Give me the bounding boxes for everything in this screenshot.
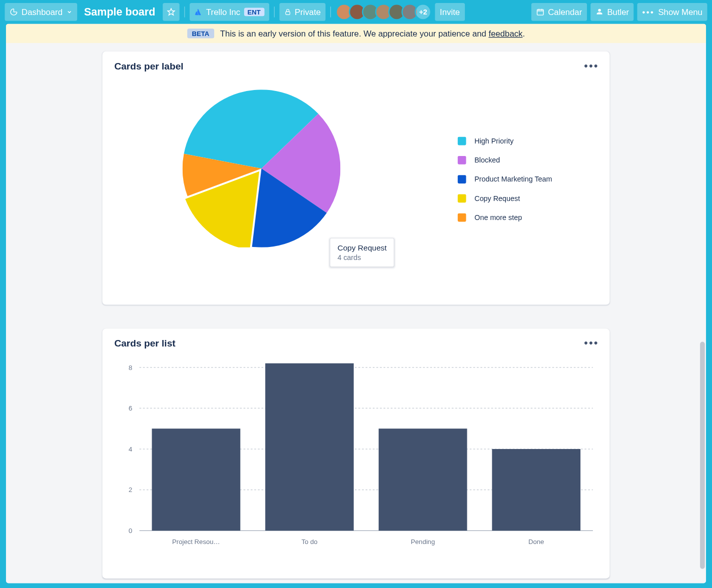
- board-title[interactable]: Sample board: [81, 6, 159, 18]
- org-badge: ENT: [244, 8, 264, 16]
- banner-text-after: .: [522, 28, 525, 38]
- legend-item[interactable]: One more step: [458, 214, 553, 222]
- chevron-down-icon: [66, 9, 72, 15]
- legend-label: High Priority: [474, 137, 513, 146]
- pie-legend: High PriorityBlockedProduct Marketing Te…: [458, 137, 553, 222]
- panel-menu-button[interactable]: •••: [584, 337, 599, 350]
- star-button[interactable]: [163, 3, 179, 21]
- legend-label: One more step: [474, 214, 522, 222]
- x-tick-label: To do: [301, 538, 317, 546]
- org-label: Trello Inc: [206, 7, 240, 16]
- atlassian-icon: [194, 8, 203, 16]
- chart-tooltip: Copy Request 4 cards: [330, 238, 395, 268]
- legend-label: Copy Request: [474, 194, 520, 202]
- svg-marker-0: [167, 8, 174, 15]
- view-switcher-label: Dashboard: [22, 7, 63, 16]
- divider: [184, 6, 185, 18]
- y-tick-label: 6: [129, 404, 132, 412]
- beta-badge: BETA: [187, 28, 214, 38]
- legend-swatch: [458, 175, 466, 184]
- legend-label: Blocked: [474, 156, 500, 164]
- svg-rect-2: [537, 10, 543, 15]
- visibility-button[interactable]: Private: [279, 3, 326, 21]
- view-switcher[interactable]: Dashboard: [5, 3, 77, 21]
- show-menu-button[interactable]: ••• Show Menu: [637, 3, 707, 21]
- y-tick-label: 0: [129, 527, 132, 534]
- scrollbar-thumb[interactable]: [700, 342, 705, 569]
- legend-label: Product Marketing Team: [474, 175, 552, 184]
- panel-cards-per-label: Cards per label ••• High PriorityBlocked…: [102, 52, 609, 305]
- bar[interactable]: [152, 428, 241, 530]
- invite-button[interactable]: Invite: [435, 3, 465, 21]
- feedback-link[interactable]: feedback: [488, 28, 522, 38]
- ellipsis-icon: •••: [642, 7, 655, 16]
- lock-icon: [284, 8, 291, 16]
- beta-banner: BETA This is an early version of this fe…: [6, 24, 706, 43]
- panel-title: Cards per list: [114, 338, 597, 349]
- legend-item[interactable]: High Priority: [458, 137, 553, 146]
- divider: [274, 6, 274, 18]
- member-avatars[interactable]: +2: [336, 4, 431, 20]
- legend-swatch: [458, 194, 466, 202]
- banner-text-before: This is an early version of this feature…: [220, 28, 489, 38]
- star-icon: [167, 8, 175, 16]
- legend-item[interactable]: Copy Request: [458, 194, 553, 202]
- banner-text: This is an early version of this feature…: [220, 28, 525, 38]
- legend-swatch: [458, 156, 466, 164]
- legend-item[interactable]: Blocked: [458, 156, 553, 164]
- dashboard-content: BETA This is an early version of this fe…: [6, 24, 706, 584]
- panel-title: Cards per label: [114, 61, 597, 72]
- panel-menu-button[interactable]: •••: [584, 60, 599, 72]
- calendar-label: Calendar: [548, 7, 582, 16]
- bar[interactable]: [265, 364, 354, 531]
- invite-label: Invite: [440, 7, 460, 16]
- butler-label: Butler: [607, 7, 629, 16]
- visibility-label: Private: [295, 7, 321, 16]
- org-button[interactable]: Trello Inc ENT: [190, 3, 269, 21]
- avatar-overflow[interactable]: +2: [415, 4, 431, 20]
- butler-icon: [595, 8, 604, 16]
- dashboard-scroll[interactable]: Cards per label ••• High PriorityBlocked…: [6, 43, 706, 583]
- legend-swatch: [458, 137, 466, 146]
- legend-swatch: [458, 214, 466, 222]
- bar[interactable]: [379, 428, 467, 530]
- x-tick-label: Pending: [411, 538, 435, 546]
- legend-item[interactable]: Product Marketing Team: [458, 175, 553, 184]
- show-menu-label: Show Menu: [658, 7, 702, 16]
- bar[interactable]: [492, 449, 580, 530]
- y-tick-label: 2: [129, 486, 132, 494]
- panel-cards-per-list: Cards per list ••• 02468Project Resou…To…: [102, 328, 609, 578]
- dashboard-icon: [10, 8, 18, 16]
- y-tick-label: 8: [129, 364, 132, 372]
- tooltip-sub: 4 cards: [337, 254, 387, 262]
- calendar-icon: [536, 8, 544, 16]
- bar-chart: 02468Project Resou…To doPendingDone: [114, 360, 597, 550]
- butler-button[interactable]: Butler: [590, 3, 634, 21]
- svg-rect-1: [286, 12, 290, 14]
- board-header: Dashboard Sample board Trello Inc ENT Pr: [0, 0, 712, 24]
- divider: [330, 6, 331, 18]
- calendar-button[interactable]: Calendar: [531, 3, 587, 21]
- y-tick-label: 4: [129, 446, 132, 453]
- x-tick-label: Done: [528, 538, 544, 546]
- x-tick-label: Project Resou…: [172, 538, 220, 546]
- tooltip-title: Copy Request: [337, 243, 387, 252]
